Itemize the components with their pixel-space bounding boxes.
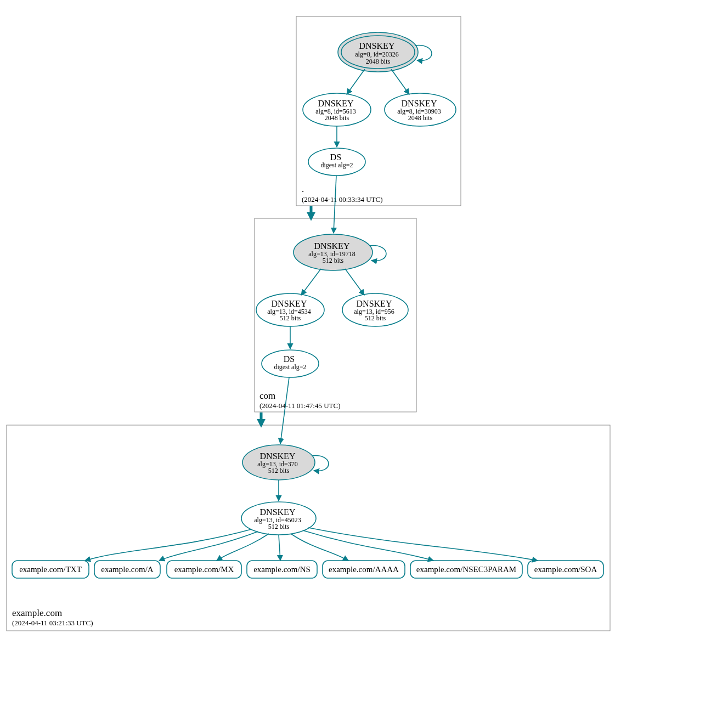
node-com-zsk1: DNSKEY alg=13, id=4534 512 bits xyxy=(256,293,324,326)
edge-zsk-to-nsec3 xyxy=(303,530,433,561)
edge-root-ksk-to-zsk2 xyxy=(391,69,409,94)
zone-label-com: com (2024-04-11 01:47:45 UTC) xyxy=(259,391,341,410)
zone-label-example: example.com (2024-04-11 03:21:33 UTC) xyxy=(12,608,93,627)
rrset-aaaa: example.com/AAAA xyxy=(323,561,405,578)
edge-root-ksk-to-zsk1 xyxy=(347,69,365,94)
rrset-nsec3param: example.com/NSEC3PARAM xyxy=(410,561,522,578)
node-example-zsk: DNSKEY alg=13, id=45023 512 bits xyxy=(241,502,316,535)
node-root-zsk2: DNSKEY alg=8, id=30903 2048 bits xyxy=(385,93,456,126)
edge-zsk-to-soa xyxy=(308,528,538,561)
edge-zsk-to-aaaa xyxy=(291,534,348,561)
edge-com-ksk-to-zsk2 xyxy=(345,269,364,295)
node-root-ksk: DNSKEY alg=8, id=20326 2048 bits xyxy=(338,32,418,72)
rrset-ns: example.com/NS xyxy=(247,561,317,578)
node-root-zsk1: DNSKEY alg=8, id=5613 2048 bits xyxy=(303,93,371,126)
node-com-ds: DS digest alg=2 xyxy=(262,350,319,377)
edge-zsk-to-ns xyxy=(279,535,280,561)
edge-zsk-to-mx xyxy=(217,534,269,561)
zone-label-root: . (2024-04-11 00:33:34 UTC) xyxy=(302,184,383,203)
svg-text:example.com/NSEC3PARAM: example.com/NSEC3PARAM xyxy=(416,565,516,574)
svg-text:example.com/AAAA: example.com/AAAA xyxy=(329,565,399,574)
node-root-ds: DS digest alg=2 xyxy=(308,148,365,176)
rrset-soa: example.com/SOA xyxy=(528,561,603,578)
svg-text:example.com/NS: example.com/NS xyxy=(253,565,311,574)
edge-zsk-to-txt xyxy=(85,529,251,561)
node-com-zsk2: DNSKEY alg=13, id=956 512 bits xyxy=(342,293,408,326)
edge-com-ds-to-example-ksk xyxy=(280,377,289,444)
svg-text:example.com/SOA: example.com/SOA xyxy=(534,565,597,574)
rrset-a: example.com/A xyxy=(94,561,160,578)
rrset-txt: example.com/TXT xyxy=(12,561,89,578)
edge-zsk-to-a xyxy=(159,532,258,561)
svg-text:example.com/MX: example.com/MX xyxy=(174,565,234,574)
node-example-ksk: DNSKEY alg=13, id=370 512 bits xyxy=(242,445,315,480)
node-com-ksk: DNSKEY alg=13, id=19718 512 bits xyxy=(294,234,373,270)
svg-text:example.com/TXT: example.com/TXT xyxy=(19,565,82,574)
svg-text:example.com/A: example.com/A xyxy=(101,565,154,574)
edge-root-ds-to-com-ksk xyxy=(334,176,336,233)
edge-com-ksk-to-zsk1 xyxy=(301,269,321,295)
rrset-mx: example.com/MX xyxy=(167,561,241,578)
